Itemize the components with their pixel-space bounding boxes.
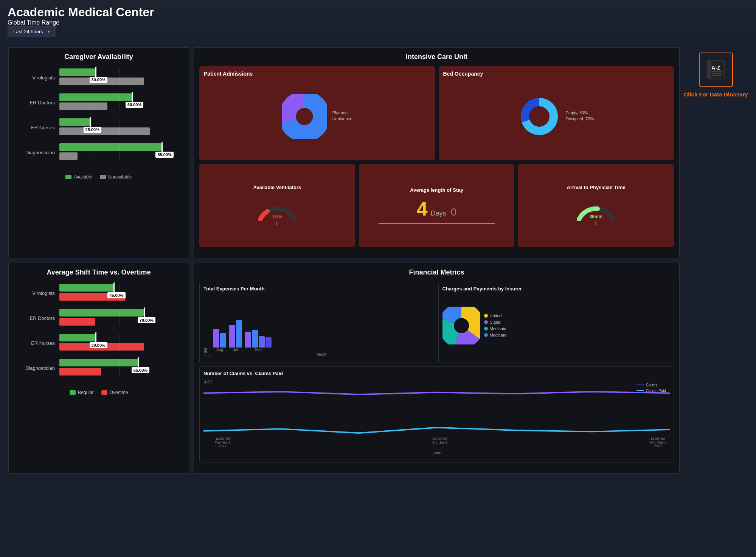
grid-line (120, 343, 120, 351)
sep-bar3 (259, 336, 265, 348)
svg-text:19%: 19% (272, 214, 282, 219)
bar-group: 30.00% (59, 334, 180, 352)
avg-stay-zero: 0 (451, 206, 457, 218)
grid-line (150, 93, 150, 101)
grid-line (90, 102, 90, 110)
medicare-label: Medicare (484, 333, 507, 337)
bar-marker (144, 307, 145, 318)
bar-group: 25.00% (59, 118, 180, 137)
bar-fill-a (59, 334, 95, 341)
x-label-2: 12:00 AMSun Jan 1 (432, 437, 448, 448)
bar-percent-label: 25.00% (84, 127, 101, 133)
expenses-bars: Aug Jul (213, 321, 431, 352)
patient-admissions-chart: Planned Unplanned (204, 80, 430, 154)
overtime-label: Overtime (110, 390, 128, 395)
avg-stay-title: Average length of Stay (410, 187, 463, 193)
planned-label: Planned (332, 110, 352, 115)
arrival-time-gauge: 36min (575, 195, 617, 221)
bar-row-label: ER Nurses (18, 125, 59, 130)
grid-line (90, 143, 90, 151)
legend-regular: Regular (70, 390, 94, 395)
regular-label: Regular (78, 390, 94, 395)
time-range-dropdown[interactable]: Last 24 hours ▼ (8, 26, 56, 37)
glossary-label[interactable]: Click For Data Glossary (684, 90, 748, 98)
grid-line (120, 152, 120, 160)
x-label-3: 12:00 AMWed Mar 12023 (649, 437, 666, 448)
bar-row: ER Doctors60.00% (18, 93, 180, 112)
insurer-title: Charges and Payments by Insurer (442, 286, 670, 292)
bar-percent-label: 70.00% (138, 317, 155, 323)
grid-line (150, 68, 150, 76)
avg-stay-divider (379, 223, 495, 223)
glossary-panel[interactable]: A-Z Click For Data Glossary (682, 45, 750, 476)
shift-time-panel: Average Shift Time vs. Overtime Virologi… (8, 263, 189, 474)
caregiver-availability-panel: Caregiver Availability Virologists30.00%… (8, 47, 189, 258)
claims-x-labels: 12:00 AMTue Nov 12022 12:00 AMSun Jan 1 … (215, 437, 666, 448)
claims-card: Number of Claims vs. Claims Paid 4.8K 12… (199, 366, 674, 463)
grid-line (120, 93, 120, 101)
avg-stay-card: Average length of Stay 4 Days 0 (359, 164, 515, 247)
bar-fill-a (59, 284, 113, 292)
bar-row-label: ER Nurses (18, 340, 59, 346)
unavailable-color-box (100, 175, 106, 179)
claims-x-axis-label: _time (203, 451, 670, 455)
bar-group: 60.00% (59, 93, 180, 112)
claims-legend: Claims Claims Paid (636, 383, 666, 393)
grid-line (150, 118, 150, 126)
bar-fill-a (59, 118, 90, 126)
bed-occupancy-card: Bed Occupancy Empty, 30% Occupied, 70% (439, 66, 674, 160)
caregiver-bar-chart: Virologists30.00%ER Doctors60.00%ER Nurs… (14, 66, 183, 171)
grid-line (90, 368, 90, 375)
occupied-label: Occupied, 70% (565, 116, 594, 121)
bar-marker (95, 67, 96, 78)
bar-row-label: ER Doctors (18, 315, 59, 321)
shift-legend: Regular Overtime (14, 390, 183, 395)
grid-line (120, 318, 120, 326)
bar-marker (161, 142, 163, 152)
financial-metrics-panel: Financial Metrics Total Expenses Per Mon… (194, 263, 680, 474)
grid-line (90, 309, 90, 317)
grid-line (120, 102, 120, 110)
grid-line (150, 102, 150, 110)
grid-line (120, 68, 120, 76)
medicaid-label: Medicaid (484, 326, 507, 331)
grid-line (150, 143, 150, 151)
sep-bar1 (245, 332, 251, 347)
claims-legend-claims: Claims (636, 383, 666, 387)
bar-fill-a (59, 143, 161, 151)
svg-text:36min: 36min (590, 214, 603, 219)
bar-percent-label: 30.00% (90, 77, 107, 83)
grid-line (150, 359, 150, 366)
icu-title: Intensive Care Unit (199, 53, 674, 61)
grid-line (90, 68, 90, 76)
svg-text:A-Z: A-Z (711, 65, 720, 71)
svg-rect-8 (708, 60, 711, 79)
bar-marker (95, 332, 96, 343)
glossary-icon-box[interactable]: A-Z (699, 53, 733, 87)
bar-group: 45.00% (59, 284, 180, 302)
bar-group: 30.00% (59, 68, 180, 87)
bar-fill-a (59, 359, 138, 366)
insurer-legend: United Cigna Medicaid Medicare (484, 313, 507, 337)
bar-row-label: Diagnostician (18, 150, 59, 155)
grid-line (120, 359, 120, 366)
sep-bar4 (265, 337, 272, 347)
arrival-time-zero: 0 (595, 221, 598, 227)
bar-group: 70.00% (59, 309, 180, 327)
bar-fill-b (59, 152, 78, 160)
empty-label: Empty, 30% (565, 110, 594, 115)
claims-y-label: 4.8K (204, 380, 212, 384)
bar-marker (113, 282, 115, 293)
grid-line (150, 309, 150, 317)
bar-row-label: Virologists (18, 290, 59, 296)
shift-title: Average Shift Time vs. Overtime (14, 268, 183, 276)
bar-row: Diagnostician85.00% (18, 143, 180, 161)
bar-row: Virologists45.00% (18, 284, 180, 302)
bar-fill-b (59, 368, 101, 375)
admissions-pie-chart (282, 94, 327, 139)
legend-unavailable: Unavailable (100, 174, 132, 180)
dashboard-grid: Caregiver Availability Virologists30.00%… (0, 41, 756, 480)
grid-line (150, 127, 150, 135)
grid-line (150, 334, 150, 341)
cigna-label: Cigna (484, 320, 507, 324)
